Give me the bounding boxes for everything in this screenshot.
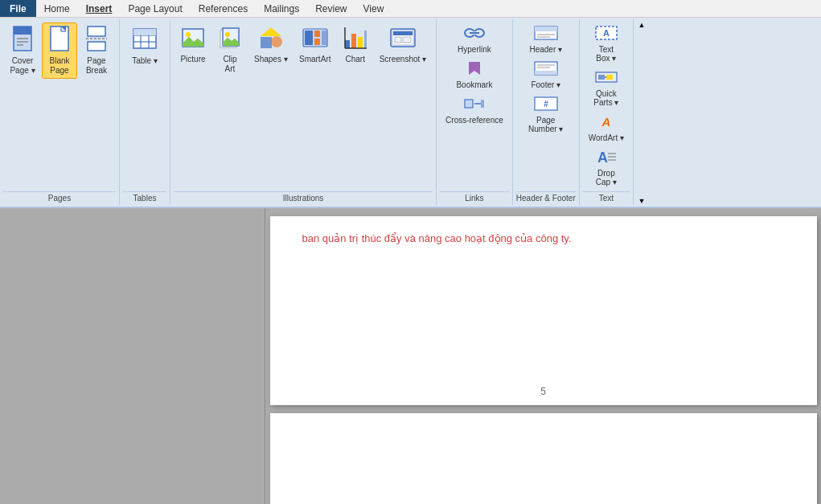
- cross-reference-label: Cross-reference: [445, 116, 503, 125]
- svg-text:A: A: [601, 115, 610, 129]
- menu-insert[interactable]: Insert: [78, 0, 121, 17]
- pages-group-label: Pages: [3, 191, 116, 203]
- menu-references[interactable]: References: [191, 0, 256, 17]
- ribbon-group-tables: Table ▾ Tables: [120, 19, 170, 205]
- hyperlink-button[interactable]: Hyperlink: [447, 23, 502, 57]
- table-icon: [132, 26, 158, 55]
- svg-rect-31: [322, 31, 326, 45]
- svg-rect-29: [314, 31, 320, 37]
- cross-reference-icon: [463, 96, 486, 115]
- bookmark-label: Bookmark: [456, 80, 492, 89]
- page-break-button[interactable]: PageBreak: [79, 23, 114, 79]
- svg-rect-33: [351, 34, 356, 48]
- shapes-label: Shapes ▾: [254, 55, 288, 64]
- svg-rect-8: [88, 27, 105, 36]
- bookmark-button[interactable]: Bookmark: [447, 58, 502, 92]
- svg-marker-26: [261, 27, 281, 36]
- menu-page-layout[interactable]: Page Layout: [120, 0, 190, 17]
- document-area[interactable]: ban quản trị thúc đẩy và nâng cao hoạt đ…: [265, 208, 821, 504]
- smartart-button[interactable]: SmartArt: [294, 23, 336, 68]
- drop-cap-icon: A: [595, 150, 618, 168]
- svg-point-25: [271, 36, 282, 47]
- text-box-button[interactable]: A TextBox ▾: [585, 23, 627, 66]
- footer-label: Footer ▾: [531, 80, 560, 89]
- cross-reference-button[interactable]: Cross-reference: [441, 93, 507, 128]
- svg-rect-50: [481, 100, 484, 108]
- wordart-button[interactable]: A A WordArt ▾: [585, 111, 628, 145]
- hf-pair: Header ▾ Footer ▾: [524, 23, 568, 137]
- page-5-number: 5: [540, 386, 546, 397]
- picture-icon: [181, 26, 205, 53]
- table-button[interactable]: Table ▾: [125, 23, 165, 69]
- chart-icon: [343, 26, 367, 53]
- tables-buttons: Table ▾: [123, 21, 166, 191]
- svg-rect-30: [314, 39, 320, 45]
- page-number-button[interactable]: # PageNumber ▾: [524, 93, 568, 137]
- header-footer-buttons: Header ▾ Footer ▾: [523, 21, 569, 191]
- hf-group-label: Header & Footer: [516, 191, 576, 203]
- svg-rect-34: [358, 37, 363, 48]
- chart-label: Chart: [345, 55, 364, 64]
- ribbon-scroll-up[interactable]: ▲: [638, 21, 646, 29]
- screenshot-icon: [389, 26, 417, 53]
- svg-point-22: [225, 32, 230, 37]
- clip-art-button[interactable]: ClipArt: [212, 23, 248, 77]
- svg-text:A: A: [603, 28, 610, 38]
- ribbon-group-illustrations: Picture ClipArt: [170, 19, 437, 205]
- sidebar-panel: [0, 208, 265, 504]
- shapes-icon: [259, 26, 283, 53]
- ribbon-scroll-down[interactable]: ▼: [638, 197, 646, 205]
- file-tab[interactable]: File: [0, 0, 36, 17]
- menu-home[interactable]: Home: [36, 0, 78, 17]
- svg-marker-47: [469, 62, 480, 75]
- blank-page-label: BlankPage: [49, 56, 69, 76]
- svg-rect-65: [606, 75, 613, 80]
- header-icon: [534, 26, 558, 44]
- quick-parts-icon: [595, 70, 618, 88]
- header-button[interactable]: Header ▾: [524, 23, 568, 57]
- text-buttons: A TextBox ▾: [583, 21, 630, 191]
- ribbon-scroll: ▲ ▼: [634, 19, 650, 205]
- page-5-content: ban quản trị thúc đẩy và nâng cao hoạt đ…: [302, 232, 785, 244]
- hyperlink-icon: [463, 26, 486, 44]
- svg-point-18: [186, 32, 191, 37]
- clip-art-label: ClipArt: [223, 55, 236, 74]
- picture-button[interactable]: Picture: [175, 23, 211, 68]
- blank-page-button[interactable]: BlankPage: [42, 23, 77, 79]
- header-label: Header ▾: [529, 45, 562, 54]
- svg-rect-28: [305, 31, 313, 45]
- svg-rect-48: [465, 100, 473, 108]
- pages-buttons: CoverPage ▾ BlankPage: [3, 21, 116, 191]
- screenshot-label: Screenshot ▾: [380, 55, 426, 64]
- document-page-6: [270, 413, 817, 504]
- links-group-label: Links: [440, 191, 509, 203]
- screenshot-button[interactable]: Screenshot ▾: [375, 23, 431, 68]
- cover-page-button[interactable]: CoverPage ▾: [5, 23, 40, 79]
- table-label: Table ▾: [132, 56, 158, 66]
- svg-rect-35: [364, 31, 367, 48]
- illustrations-group-label: Illustrations: [174, 191, 433, 203]
- cover-page-label: CoverPage ▾: [10, 56, 35, 76]
- drop-cap-button[interactable]: A DropCap ▾: [585, 146, 627, 190]
- ribbon-group-pages: CoverPage ▾ BlankPage: [0, 19, 120, 205]
- bookmark-icon: [466, 61, 482, 80]
- svg-text:#: #: [544, 100, 548, 109]
- menu-review[interactable]: Review: [307, 0, 355, 17]
- links-pair: Hyperlink Bookmark: [441, 23, 507, 128]
- picture-label: Picture: [180, 55, 205, 64]
- menu-view[interactable]: View: [355, 0, 392, 17]
- tables-group-label: Tables: [123, 191, 166, 203]
- svg-rect-1: [14, 27, 31, 35]
- quick-parts-label: QuickParts ▾: [593, 89, 618, 107]
- smartart-label: SmartArt: [299, 55, 330, 64]
- svg-rect-24: [261, 37, 272, 48]
- wordart-label: WordArt ▾: [589, 133, 624, 142]
- footer-button[interactable]: Footer ▾: [524, 58, 568, 92]
- svg-rect-64: [598, 75, 605, 80]
- shapes-button[interactable]: Shapes ▾: [249, 23, 293, 68]
- quick-parts-button[interactable]: QuickParts ▾: [585, 67, 627, 110]
- clip-art-icon: [218, 26, 242, 53]
- menu-mailings[interactable]: Mailings: [256, 0, 307, 17]
- wordart-icon: A A: [595, 114, 618, 133]
- chart-button[interactable]: Chart: [338, 23, 373, 68]
